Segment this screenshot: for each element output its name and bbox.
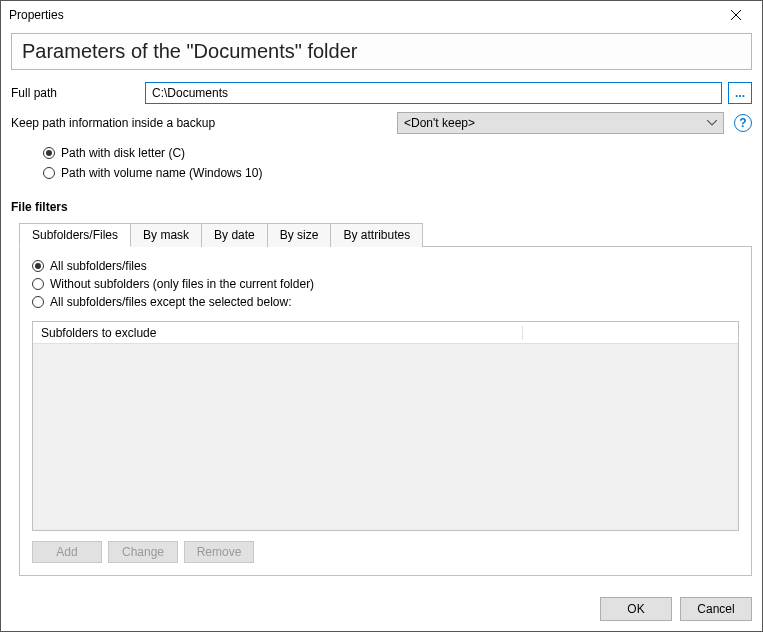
browse-button[interactable]: ...: [728, 82, 752, 104]
radio-label: Path with volume name (Windows 10): [61, 166, 262, 180]
radio-icon: [32, 278, 44, 290]
keep-path-row: Keep path information inside a backup <D…: [11, 112, 752, 134]
tab-by-attributes[interactable]: By attributes: [330, 223, 423, 247]
radio-except-selected[interactable]: All subfolders/files except the selected…: [32, 295, 739, 309]
full-path-label: Full path: [11, 86, 139, 100]
chevron-down-icon: [707, 118, 717, 128]
radio-path-volume-name[interactable]: Path with volume name (Windows 10): [43, 166, 752, 180]
keep-path-combo[interactable]: <Don't keep>: [397, 112, 724, 134]
change-button[interactable]: Change: [108, 541, 178, 563]
content-area: Parameters of the "Documents" folder Ful…: [1, 29, 762, 587]
path-type-radio-group: Path with disk letter (C) Path with volu…: [43, 146, 752, 186]
radio-icon: [32, 296, 44, 308]
close-button[interactable]: [718, 3, 754, 27]
tab-by-mask[interactable]: By mask: [130, 223, 202, 247]
exclude-header-cell[interactable]: Subfolders to exclude: [33, 326, 523, 340]
tab-panel: All subfolders/files Without subfolders …: [19, 246, 752, 576]
header-panel: Parameters of the "Documents" folder: [11, 33, 752, 70]
tab-by-size[interactable]: By size: [267, 223, 332, 247]
file-filters-label: File filters: [11, 200, 752, 214]
radio-path-disk-letter[interactable]: Path with disk letter (C): [43, 146, 752, 160]
cancel-button[interactable]: Cancel: [680, 597, 752, 621]
keep-path-combo-value: <Don't keep>: [404, 116, 475, 130]
full-path-input[interactable]: [145, 82, 722, 104]
keep-path-label: Keep path information inside a backup: [11, 116, 391, 130]
exclude-table-body[interactable]: [33, 344, 738, 530]
radio-icon: [43, 167, 55, 179]
full-path-row: Full path ...: [11, 82, 752, 104]
add-button[interactable]: Add: [32, 541, 102, 563]
radio-label: All subfolders/files except the selected…: [50, 295, 291, 309]
ok-button[interactable]: OK: [600, 597, 672, 621]
page-title: Parameters of the "Documents" folder: [22, 40, 741, 63]
exclude-buttons: Add Change Remove: [32, 541, 739, 563]
properties-dialog: Properties Parameters of the "Documents"…: [0, 0, 763, 632]
radio-label: All subfolders/files: [50, 259, 147, 273]
radio-icon: [32, 260, 44, 272]
filter-tabs-container: Subfolders/Files By mask By date By size…: [19, 222, 752, 576]
tab-by-date[interactable]: By date: [201, 223, 268, 247]
close-icon: [731, 10, 741, 20]
dialog-footer: OK Cancel: [1, 587, 762, 631]
radio-without-subfolders[interactable]: Without subfolders (only files in the cu…: [32, 277, 739, 291]
radio-label: Path with disk letter (C): [61, 146, 185, 160]
exclude-table-header: Subfolders to exclude: [33, 322, 738, 344]
radio-all-subfolders[interactable]: All subfolders/files: [32, 259, 739, 273]
window-title: Properties: [9, 8, 64, 22]
radio-icon: [43, 147, 55, 159]
exclude-table: Subfolders to exclude: [32, 321, 739, 531]
radio-label: Without subfolders (only files in the cu…: [50, 277, 314, 291]
remove-button[interactable]: Remove: [184, 541, 254, 563]
tab-subfolders-files[interactable]: Subfolders/Files: [19, 223, 131, 247]
tab-row: Subfolders/Files By mask By date By size…: [19, 223, 752, 247]
titlebar: Properties: [1, 1, 762, 29]
help-button[interactable]: ?: [734, 114, 752, 132]
